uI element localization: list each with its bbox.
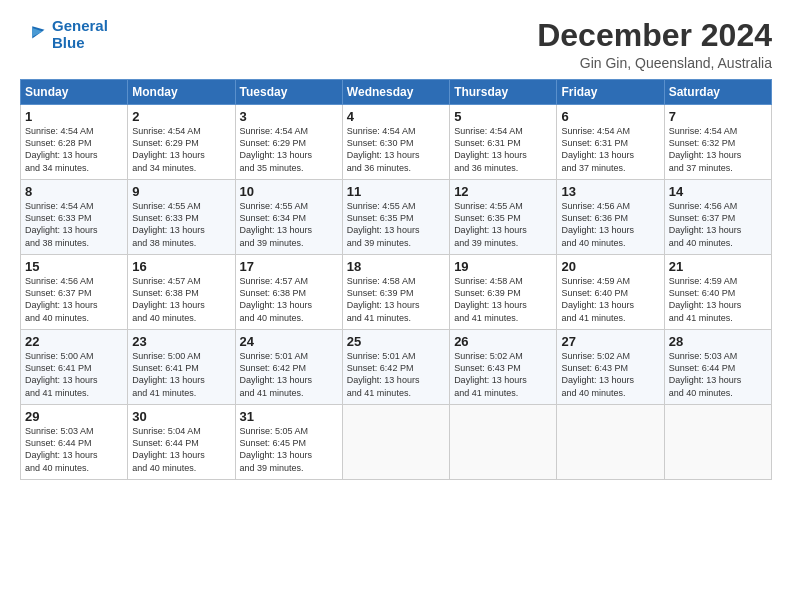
day-info: Sunrise: 4:58 AM Sunset: 6:39 PM Dayligh… <box>347 275 445 324</box>
day-cell: 26Sunrise: 5:02 AM Sunset: 6:43 PM Dayli… <box>450 330 557 405</box>
day-info: Sunrise: 4:54 AM Sunset: 6:33 PM Dayligh… <box>25 200 123 249</box>
day-number: 25 <box>347 334 445 349</box>
day-cell: 25Sunrise: 5:01 AM Sunset: 6:42 PM Dayli… <box>342 330 449 405</box>
day-cell: 14Sunrise: 4:56 AM Sunset: 6:37 PM Dayli… <box>664 180 771 255</box>
logo: General Blue <box>20 18 108 51</box>
day-info: Sunrise: 4:55 AM Sunset: 6:35 PM Dayligh… <box>347 200 445 249</box>
day-info: Sunrise: 4:55 AM Sunset: 6:33 PM Dayligh… <box>132 200 230 249</box>
day-number: 26 <box>454 334 552 349</box>
day-number: 27 <box>561 334 659 349</box>
col-wednesday: Wednesday <box>342 80 449 105</box>
day-info: Sunrise: 5:03 AM Sunset: 6:44 PM Dayligh… <box>669 350 767 399</box>
day-number: 11 <box>347 184 445 199</box>
logo-line2: Blue <box>52 34 85 51</box>
day-cell: 17Sunrise: 4:57 AM Sunset: 6:38 PM Dayli… <box>235 255 342 330</box>
day-cell <box>664 405 771 480</box>
day-info: Sunrise: 4:54 AM Sunset: 6:32 PM Dayligh… <box>669 125 767 174</box>
day-info: Sunrise: 4:59 AM Sunset: 6:40 PM Dayligh… <box>561 275 659 324</box>
day-cell: 5Sunrise: 4:54 AM Sunset: 6:31 PM Daylig… <box>450 105 557 180</box>
day-cell: 18Sunrise: 4:58 AM Sunset: 6:39 PM Dayli… <box>342 255 449 330</box>
col-sunday: Sunday <box>21 80 128 105</box>
logo-text: General Blue <box>52 18 108 51</box>
day-number: 1 <box>25 109 123 124</box>
day-info: Sunrise: 5:03 AM Sunset: 6:44 PM Dayligh… <box>25 425 123 474</box>
day-info: Sunrise: 4:57 AM Sunset: 6:38 PM Dayligh… <box>132 275 230 324</box>
day-number: 18 <box>347 259 445 274</box>
header: General Blue December 2024 Gin Gin, Quee… <box>20 18 772 71</box>
day-info: Sunrise: 5:00 AM Sunset: 6:41 PM Dayligh… <box>25 350 123 399</box>
day-number: 24 <box>240 334 338 349</box>
day-cell: 29Sunrise: 5:03 AM Sunset: 6:44 PM Dayli… <box>21 405 128 480</box>
day-info: Sunrise: 4:54 AM Sunset: 6:31 PM Dayligh… <box>561 125 659 174</box>
day-cell: 16Sunrise: 4:57 AM Sunset: 6:38 PM Dayli… <box>128 255 235 330</box>
day-cell <box>450 405 557 480</box>
day-number: 3 <box>240 109 338 124</box>
day-info: Sunrise: 5:02 AM Sunset: 6:43 PM Dayligh… <box>561 350 659 399</box>
day-info: Sunrise: 5:00 AM Sunset: 6:41 PM Dayligh… <box>132 350 230 399</box>
day-cell: 13Sunrise: 4:56 AM Sunset: 6:36 PM Dayli… <box>557 180 664 255</box>
month-title: December 2024 <box>537 18 772 53</box>
day-cell: 11Sunrise: 4:55 AM Sunset: 6:35 PM Dayli… <box>342 180 449 255</box>
day-cell <box>342 405 449 480</box>
day-cell: 22Sunrise: 5:00 AM Sunset: 6:41 PM Dayli… <box>21 330 128 405</box>
day-cell <box>557 405 664 480</box>
day-cell: 4Sunrise: 4:54 AM Sunset: 6:30 PM Daylig… <box>342 105 449 180</box>
day-number: 16 <box>132 259 230 274</box>
day-number: 14 <box>669 184 767 199</box>
day-info: Sunrise: 4:54 AM Sunset: 6:31 PM Dayligh… <box>454 125 552 174</box>
day-cell: 6Sunrise: 4:54 AM Sunset: 6:31 PM Daylig… <box>557 105 664 180</box>
day-cell: 23Sunrise: 5:00 AM Sunset: 6:41 PM Dayli… <box>128 330 235 405</box>
day-info: Sunrise: 4:58 AM Sunset: 6:39 PM Dayligh… <box>454 275 552 324</box>
col-monday: Monday <box>128 80 235 105</box>
day-cell: 30Sunrise: 5:04 AM Sunset: 6:44 PM Dayli… <box>128 405 235 480</box>
header-row: Sunday Monday Tuesday Wednesday Thursday… <box>21 80 772 105</box>
day-cell: 8Sunrise: 4:54 AM Sunset: 6:33 PM Daylig… <box>21 180 128 255</box>
day-cell: 9Sunrise: 4:55 AM Sunset: 6:33 PM Daylig… <box>128 180 235 255</box>
day-cell: 21Sunrise: 4:59 AM Sunset: 6:40 PM Dayli… <box>664 255 771 330</box>
day-number: 2 <box>132 109 230 124</box>
day-cell: 31Sunrise: 5:05 AM Sunset: 6:45 PM Dayli… <box>235 405 342 480</box>
week-row-1: 1Sunrise: 4:54 AM Sunset: 6:28 PM Daylig… <box>21 105 772 180</box>
day-info: Sunrise: 4:59 AM Sunset: 6:40 PM Dayligh… <box>669 275 767 324</box>
day-info: Sunrise: 5:04 AM Sunset: 6:44 PM Dayligh… <box>132 425 230 474</box>
day-cell: 20Sunrise: 4:59 AM Sunset: 6:40 PM Dayli… <box>557 255 664 330</box>
col-tuesday: Tuesday <box>235 80 342 105</box>
day-number: 28 <box>669 334 767 349</box>
day-number: 31 <box>240 409 338 424</box>
day-cell: 19Sunrise: 4:58 AM Sunset: 6:39 PM Dayli… <box>450 255 557 330</box>
day-number: 17 <box>240 259 338 274</box>
day-info: Sunrise: 5:01 AM Sunset: 6:42 PM Dayligh… <box>240 350 338 399</box>
day-number: 9 <box>132 184 230 199</box>
day-info: Sunrise: 5:02 AM Sunset: 6:43 PM Dayligh… <box>454 350 552 399</box>
day-info: Sunrise: 4:56 AM Sunset: 6:36 PM Dayligh… <box>561 200 659 249</box>
day-number: 15 <box>25 259 123 274</box>
day-number: 12 <box>454 184 552 199</box>
location: Gin Gin, Queensland, Australia <box>537 55 772 71</box>
day-info: Sunrise: 5:05 AM Sunset: 6:45 PM Dayligh… <box>240 425 338 474</box>
week-row-4: 22Sunrise: 5:00 AM Sunset: 6:41 PM Dayli… <box>21 330 772 405</box>
day-number: 8 <box>25 184 123 199</box>
col-thursday: Thursday <box>450 80 557 105</box>
day-number: 22 <box>25 334 123 349</box>
day-number: 20 <box>561 259 659 274</box>
day-info: Sunrise: 4:56 AM Sunset: 6:37 PM Dayligh… <box>25 275 123 324</box>
day-info: Sunrise: 4:54 AM Sunset: 6:28 PM Dayligh… <box>25 125 123 174</box>
col-friday: Friday <box>557 80 664 105</box>
day-info: Sunrise: 4:54 AM Sunset: 6:30 PM Dayligh… <box>347 125 445 174</box>
day-cell: 12Sunrise: 4:55 AM Sunset: 6:35 PM Dayli… <box>450 180 557 255</box>
day-cell: 2Sunrise: 4:54 AM Sunset: 6:29 PM Daylig… <box>128 105 235 180</box>
day-cell: 7Sunrise: 4:54 AM Sunset: 6:32 PM Daylig… <box>664 105 771 180</box>
week-row-5: 29Sunrise: 5:03 AM Sunset: 6:44 PM Dayli… <box>21 405 772 480</box>
day-number: 7 <box>669 109 767 124</box>
day-info: Sunrise: 5:01 AM Sunset: 6:42 PM Dayligh… <box>347 350 445 399</box>
logo-icon <box>20 21 48 49</box>
day-cell: 15Sunrise: 4:56 AM Sunset: 6:37 PM Dayli… <box>21 255 128 330</box>
day-info: Sunrise: 4:54 AM Sunset: 6:29 PM Dayligh… <box>240 125 338 174</box>
day-number: 30 <box>132 409 230 424</box>
calendar-table: Sunday Monday Tuesday Wednesday Thursday… <box>20 79 772 480</box>
day-info: Sunrise: 4:56 AM Sunset: 6:37 PM Dayligh… <box>669 200 767 249</box>
day-number: 19 <box>454 259 552 274</box>
day-cell: 10Sunrise: 4:55 AM Sunset: 6:34 PM Dayli… <box>235 180 342 255</box>
day-cell: 27Sunrise: 5:02 AM Sunset: 6:43 PM Dayli… <box>557 330 664 405</box>
day-cell: 1Sunrise: 4:54 AM Sunset: 6:28 PM Daylig… <box>21 105 128 180</box>
